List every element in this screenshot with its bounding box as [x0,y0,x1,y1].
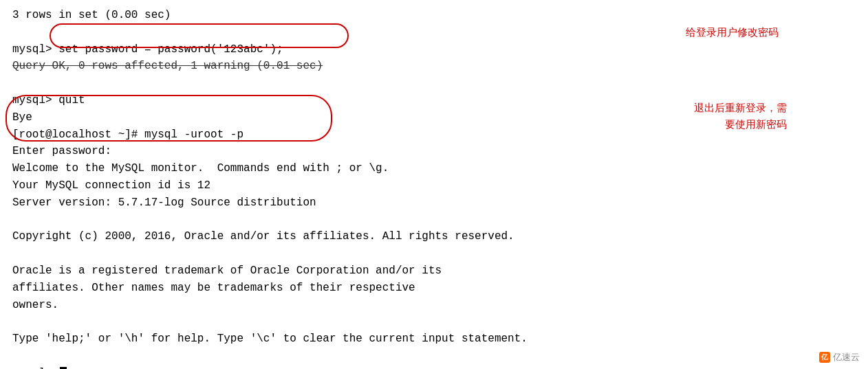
terminal-output: 3 rows in set (0.00 sec) mysql> set pass… [12,7,856,369]
watermark-icon: 亿 [819,352,830,363]
terminal-window: 3 rows in set (0.00 sec) mysql> set pass… [0,0,868,369]
watermark-text: 亿速云 [833,351,860,364]
annotation-relogin-1: 退出后重新登录，需 [694,102,787,115]
annotation-relogin-2: 要使用新密码 [725,118,787,131]
watermark: 亿 亿速云 [819,351,860,364]
annotation-change-password: 给登录用户修改密码 [686,26,779,39]
